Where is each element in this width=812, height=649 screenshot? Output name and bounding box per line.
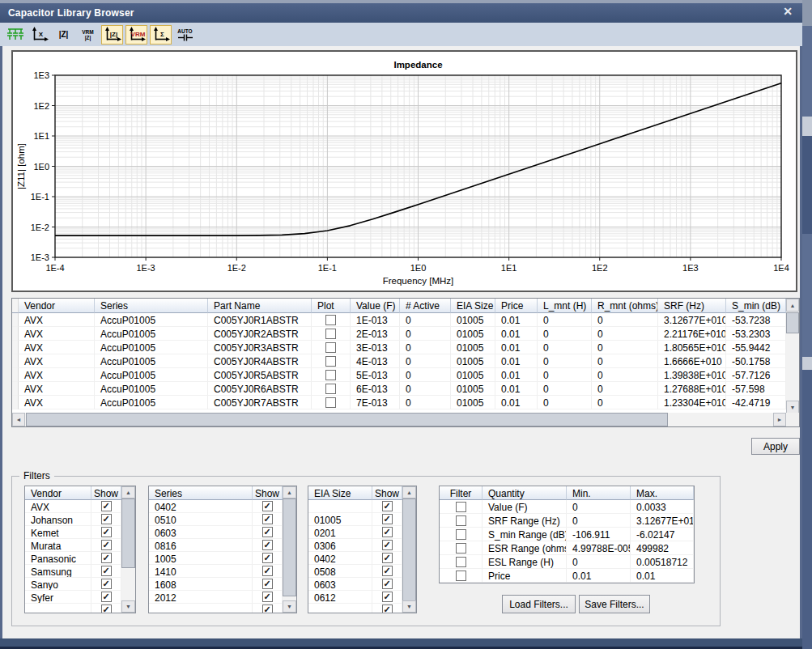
show-checkbox[interactable]: ✓ [382, 579, 393, 589]
scroll-up-icon[interactable]: ▲ [786, 299, 799, 312]
column-header--active[interactable]: # Active [400, 299, 451, 313]
column-header-l-mnt-h-[interactable]: L_mnt (H) [538, 299, 592, 313]
show-checkbox[interactable]: ✓ [382, 501, 393, 511]
vertical-scroll-thumb[interactable] [283, 498, 296, 596]
scroll-down-icon[interactable]: ▼ [402, 600, 416, 613]
show-checkbox[interactable]: ✓ [262, 604, 273, 613]
vertical-scroll-thumb[interactable] [402, 498, 416, 601]
show-checkbox[interactable]: ✓ [262, 579, 273, 589]
show-checkbox[interactable]: ✓ [101, 579, 112, 589]
vrm-over-z-button[interactable]: VRM|Z| [77, 25, 99, 45]
filter-column-header[interactable]: Show [372, 486, 402, 500]
plot-x-button[interactable]: X [28, 25, 50, 45]
column-header-eia-size[interactable]: EIA Size [451, 299, 495, 313]
column-header-srf-hz-[interactable]: SRF (Hz) [658, 299, 726, 313]
min-value[interactable]: 0 [567, 500, 631, 514]
show-checkbox[interactable]: ✓ [382, 592, 393, 602]
plot-checkbox[interactable] [325, 356, 336, 367]
show-checkbox[interactable]: ✓ [382, 604, 393, 613]
plot-checkbox[interactable] [325, 384, 336, 394]
show-checkbox[interactable]: ✓ [101, 604, 112, 613]
quantity-column-header[interactable]: Min. [567, 486, 631, 500]
column-header-part-name[interactable]: Part Name [208, 299, 312, 313]
show-checkbox[interactable]: ✓ [382, 514, 393, 524]
titlebar[interactable]: Capacitor Library Browser ✕ [0, 3, 802, 23]
show-checkbox[interactable]: ✓ [101, 592, 112, 602]
close-icon[interactable]: ✕ [783, 5, 793, 18]
load-filters-button[interactable]: Load Filters... [502, 595, 576, 613]
show-checkbox[interactable]: ✓ [262, 592, 273, 602]
scroll-down-icon[interactable]: ▼ [121, 600, 135, 613]
plot-checkbox[interactable] [325, 329, 336, 339]
show-checkbox[interactable]: ✓ [262, 540, 273, 550]
show-checkbox[interactable]: ✓ [262, 514, 273, 524]
show-checkbox[interactable]: ✓ [382, 527, 393, 537]
z-magnitude-button[interactable]: |Z| [53, 25, 74, 45]
vertical-scroll-thumb[interactable] [786, 312, 799, 333]
filter-enable-checkbox[interactable] [456, 543, 466, 554]
capacitor-components-button[interactable] [4, 25, 26, 45]
column-header-value-f-[interactable]: Value (F) [351, 299, 400, 313]
max-value[interactable]: 0.00518712 [631, 555, 694, 569]
plot-vrm-button[interactable]: VRM [125, 25, 147, 45]
show-checkbox[interactable]: ✓ [382, 566, 393, 576]
column-header-r-mnt-ohms-[interactable]: R_mnt (ohms) [592, 299, 658, 313]
vertical-scroll-thumb[interactable] [121, 498, 135, 568]
show-checkbox[interactable]: ✓ [262, 566, 273, 576]
auto-scale-button[interactable]: AUTO [174, 25, 196, 45]
max-value[interactable]: 0.01 [631, 569, 694, 583]
quantity-column-header[interactable]: Quantity [483, 486, 567, 500]
filter-column-header[interactable]: Vendor [25, 486, 91, 500]
filter-column-header[interactable]: EIA Size [308, 486, 372, 500]
scroll-right-icon[interactable]: ► [773, 413, 786, 426]
column-header-plot[interactable]: Plot [312, 299, 351, 313]
show-checkbox[interactable]: ✓ [101, 527, 112, 537]
column-header-vendor[interactable]: Vendor [19, 299, 95, 313]
filter-enable-checkbox[interactable] [456, 571, 466, 581]
filter-column-header[interactable]: Show [91, 486, 121, 500]
parts-table-horizontal-scrollbar[interactable]: ◄ ► [12, 413, 786, 426]
plot-checkbox[interactable] [325, 342, 336, 353]
show-checkbox[interactable]: ✓ [382, 540, 393, 550]
min-value[interactable]: 0 [567, 514, 631, 528]
show-checkbox[interactable]: ✓ [101, 566, 112, 576]
plot-sum-button[interactable]: Σ [150, 25, 172, 45]
quantity-column-header[interactable]: Filter [440, 486, 483, 500]
quantity-column-header[interactable]: Max. [631, 486, 694, 500]
show-checkbox[interactable]: ✓ [101, 553, 112, 563]
plot-z-button[interactable]: |Z| [101, 25, 123, 45]
filter-enable-checkbox[interactable] [456, 502, 466, 512]
show-checkbox[interactable]: ✓ [262, 501, 273, 511]
filter-list-scrollbar[interactable]: ▲▼ [402, 486, 416, 613]
show-checkbox[interactable]: ✓ [101, 514, 112, 524]
plot-checkbox[interactable] [325, 370, 336, 380]
scroll-up-icon[interactable]: ▲ [283, 486, 296, 498]
min-value[interactable]: 0.01 [567, 569, 631, 583]
save-filters-button[interactable]: Save Filters... [579, 595, 650, 613]
max-value[interactable]: 3.12677E+010 [631, 514, 694, 528]
filter-list-scrollbar[interactable]: ▲▼ [283, 486, 296, 613]
min-value[interactable]: -106.911 [567, 528, 631, 541]
show-checkbox[interactable]: ✓ [262, 553, 273, 563]
filter-column-header[interactable]: Series [149, 486, 253, 500]
filter-enable-checkbox[interactable] [456, 529, 466, 540]
min-value[interactable]: 0 [567, 555, 631, 569]
show-checkbox[interactable]: ✓ [101, 540, 112, 550]
scroll-down-icon[interactable]: ▼ [786, 401, 799, 414]
show-checkbox[interactable]: ✓ [382, 553, 393, 563]
max-value[interactable]: 0.0033 [631, 500, 694, 514]
plot-checkbox[interactable] [325, 315, 336, 325]
filter-enable-checkbox[interactable] [456, 557, 466, 567]
column-header-series[interactable]: Series [95, 299, 208, 313]
min-value[interactable]: 4.99788E-005 [567, 541, 631, 555]
show-checkbox[interactable]: ✓ [101, 501, 112, 511]
parts-table-vertical-scrollbar[interactable]: ▲ ▼ [786, 299, 799, 414]
max-value[interactable]: 499982 [631, 541, 694, 555]
horizontal-scroll-thumb[interactable] [26, 413, 668, 426]
scroll-down-icon[interactable]: ▼ [283, 600, 296, 613]
plot-checkbox[interactable] [325, 397, 336, 408]
apply-button[interactable]: Apply [751, 438, 800, 455]
filter-column-header[interactable]: Show [253, 486, 283, 500]
filter-enable-checkbox[interactable] [456, 515, 466, 526]
filter-list-scrollbar[interactable]: ▲▼ [121, 486, 135, 613]
